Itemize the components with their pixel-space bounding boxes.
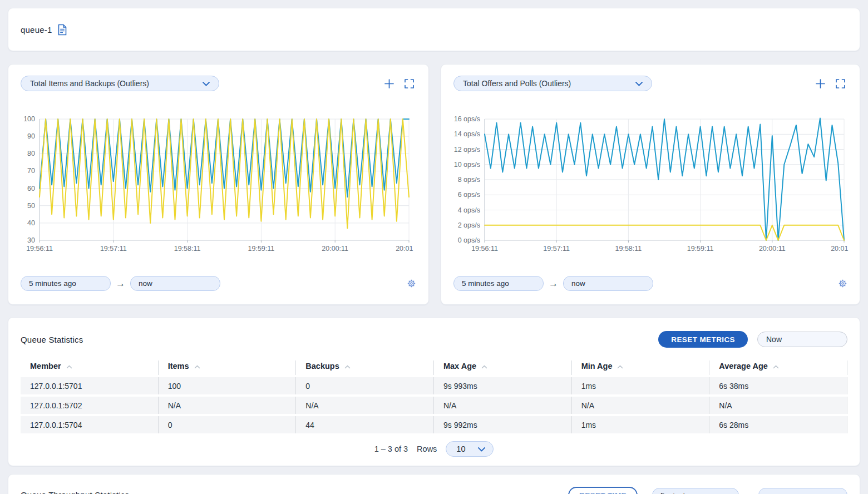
reset-metrics-button[interactable]: RESET METRICS xyxy=(658,331,748,348)
chevron-down-icon xyxy=(478,444,485,453)
time-to-input[interactable]: now xyxy=(563,276,653,291)
svg-text:19:57:11: 19:57:11 xyxy=(100,245,127,253)
svg-text:19:59:11: 19:59:11 xyxy=(248,245,275,253)
column-header-max-age[interactable]: Max Age xyxy=(434,360,572,375)
items-backups-line-chart: 3040506070809010019:56:1119:57:1119:58:1… xyxy=(21,116,416,256)
cell-member: 127.0.0.1:5702 xyxy=(21,397,159,414)
cell-items: 100 xyxy=(159,377,297,394)
svg-text:50: 50 xyxy=(27,202,35,210)
metric-selector-items-backups[interactable]: Total Items and Backups (Outliers) xyxy=(21,76,219,91)
add-chart-icon[interactable] xyxy=(384,79,394,88)
svg-text:20:01:11: 20:01:11 xyxy=(396,245,413,253)
charts-row: Total Items and Backups (Outliers) 30405… xyxy=(8,64,860,305)
queue-statistics-card: Queue Statistics RESET METRICS Now Membe… xyxy=(8,317,860,466)
fullscreen-icon[interactable] xyxy=(405,79,414,88)
svg-text:19:56:11: 19:56:11 xyxy=(26,245,53,253)
svg-text:10 ops/s: 10 ops/s xyxy=(454,161,480,169)
svg-text:4 ops/s: 4 ops/s xyxy=(458,206,480,214)
add-chart-icon[interactable] xyxy=(816,79,825,88)
svg-text:14 ops/s: 14 ops/s xyxy=(454,130,480,138)
column-header-items[interactable]: Items xyxy=(159,360,297,375)
queue-throughput-title: Queue Throughput Statistics xyxy=(21,490,129,494)
rows-per-page-select[interactable]: 10 xyxy=(446,441,494,457)
table-row[interactable]: 127.0.0.1:5702 N/A N/A N/A N/A N/A xyxy=(21,397,847,414)
cell-backups: 0 xyxy=(296,377,434,394)
cell-member: 127.0.0.1:5704 xyxy=(21,416,159,433)
svg-text:2 ops/s: 2 ops/s xyxy=(458,221,480,229)
page-title: queue-1 xyxy=(21,25,52,34)
column-header-average-age[interactable]: Average Age xyxy=(709,360,847,375)
time-to-value: now xyxy=(767,491,781,494)
cell-average-age: N/A xyxy=(709,397,847,414)
svg-text:40: 40 xyxy=(27,219,35,227)
reset-time-button[interactable]: RESET TIME xyxy=(568,487,638,494)
svg-text:16 ops/s: 16 ops/s xyxy=(454,116,480,123)
svg-text:70: 70 xyxy=(27,167,35,175)
cell-max-age: N/A xyxy=(434,397,572,414)
column-header-min-age[interactable]: Min Age xyxy=(572,360,710,375)
rows-per-page-label: Rows xyxy=(417,444,437,453)
svg-text:8 ops/s: 8 ops/s xyxy=(458,176,480,184)
column-header-member[interactable]: Member xyxy=(21,360,159,375)
time-from-input[interactable]: 5 minutes ago xyxy=(21,276,111,291)
time-from-value: 5 minutes ago xyxy=(29,279,76,288)
cell-max-age: 9s 992ms xyxy=(434,416,572,433)
time-from-value: 5 minutes ago xyxy=(462,279,509,288)
time-to-value: now xyxy=(139,279,152,288)
arrow-right-icon: → xyxy=(549,278,558,289)
table-row[interactable]: 127.0.0.1:5704 0 44 9s 992ms 1ms 6s 28ms xyxy=(21,416,847,433)
items-backups-chart-card: Total Items and Backups (Outliers) 30405… xyxy=(8,64,429,305)
gear-icon[interactable] xyxy=(407,279,416,288)
pagination-range: 1 – 3 of 3 xyxy=(374,444,408,453)
time-from-value: 5 minutes ago xyxy=(660,491,708,494)
sort-caret-icon xyxy=(481,362,487,370)
svg-text:100: 100 xyxy=(23,116,35,123)
sort-caret-icon xyxy=(66,362,72,370)
metric-selector-offers-polls[interactable]: Total Offers and Polls (Outliers) xyxy=(453,76,652,91)
sort-caret-icon xyxy=(617,362,623,370)
table-row[interactable]: 127.0.0.1:5701 100 0 9s 993ms 1ms 6s 38m… xyxy=(21,377,847,394)
svg-text:20:00:11: 20:00:11 xyxy=(759,245,786,253)
svg-text:80: 80 xyxy=(27,150,35,157)
rows-per-page-value: 10 xyxy=(456,444,465,453)
cell-max-age: 9s 993ms xyxy=(434,377,572,394)
svg-text:19:57:11: 19:57:11 xyxy=(543,245,570,253)
arrow-right-icon: → xyxy=(116,278,125,289)
svg-text:90: 90 xyxy=(27,132,35,140)
queue-statistics-title: Queue Statistics xyxy=(21,335,83,344)
table-header-row: Member Items Backups Max Age Min Age Ave… xyxy=(21,360,847,375)
metric-selector-label: Total Items and Backups (Outliers) xyxy=(30,79,149,88)
queue-throughput-card: Queue Throughput Statistics RESET TIME 5… xyxy=(8,474,860,494)
cell-average-age: 6s 38ms xyxy=(709,377,847,394)
svg-text:60: 60 xyxy=(27,185,35,192)
queue-statistics-table: Member Items Backups Max Age Min Age Ave… xyxy=(21,358,847,436)
time-to-value: now xyxy=(571,279,585,288)
sort-caret-icon xyxy=(194,362,200,370)
sort-caret-icon xyxy=(773,362,779,370)
svg-text:12 ops/s: 12 ops/s xyxy=(454,146,480,154)
gear-icon[interactable] xyxy=(838,279,847,288)
svg-text:19:58:11: 19:58:11 xyxy=(174,245,201,253)
time-to-input[interactable]: now xyxy=(130,276,220,291)
cell-backups: N/A xyxy=(296,397,434,414)
cell-member: 127.0.0.1:5701 xyxy=(21,377,159,394)
column-header-backups[interactable]: Backups xyxy=(296,360,434,375)
cell-average-age: 6s 28ms xyxy=(709,416,847,433)
time-from-input[interactable]: 5 minutes ago xyxy=(652,488,739,494)
offers-polls-chart-card: Total Offers and Polls (Outliers) 0 ops/… xyxy=(441,64,860,305)
svg-text:6 ops/s: 6 ops/s xyxy=(458,191,480,199)
fullscreen-icon[interactable] xyxy=(836,79,845,88)
stats-time-value: Now xyxy=(766,335,782,344)
time-to-input[interactable]: now xyxy=(758,488,847,494)
cell-items: 0 xyxy=(159,416,297,433)
time-from-input[interactable]: 5 minutes ago xyxy=(453,276,544,291)
document-icon[interactable] xyxy=(57,24,67,36)
metric-selector-label: Total Offers and Polls (Outliers) xyxy=(463,79,571,88)
svg-text:19:58:11: 19:58:11 xyxy=(615,245,642,253)
chevron-down-icon xyxy=(203,79,210,88)
pagination: 1 – 3 of 3 Rows 10 xyxy=(21,441,847,457)
cell-min-age: 1ms xyxy=(572,416,710,433)
cell-min-age: N/A xyxy=(572,397,710,414)
stats-time-input[interactable]: Now xyxy=(757,332,847,347)
cell-backups: 44 xyxy=(296,416,434,433)
